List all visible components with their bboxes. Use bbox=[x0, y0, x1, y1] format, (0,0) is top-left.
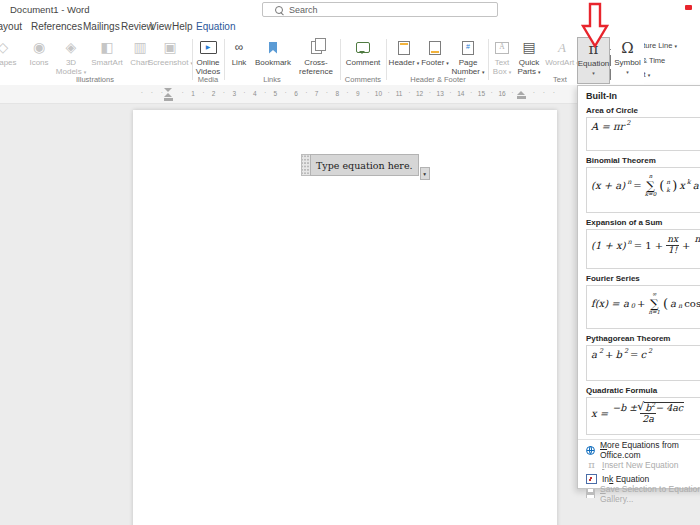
ribbon-button-3d-models: ◈ 3D Models bbox=[54, 38, 88, 77]
equation-dropdown-chevron-icon[interactable]: ▾ bbox=[592, 70, 595, 76]
gallery-item-quadratic-formula[interactable]: x = −b ± √b2 − 4ac 2a bbox=[586, 397, 700, 435]
ribbon-button-smartart: ◧ SmartArt bbox=[88, 38, 126, 67]
word-window: Document1 - Word Search Layout Reference… bbox=[0, 0, 700, 525]
page-number-label-1: Page bbox=[459, 58, 478, 67]
link-label: Link bbox=[232, 58, 247, 67]
online-videos-icon: ▶ bbox=[200, 41, 217, 54]
bookmark-label: Bookmark bbox=[255, 58, 291, 67]
ribbon-button-icons: ◉ Icons bbox=[24, 38, 54, 67]
text-box-icon: A bbox=[495, 42, 509, 54]
gallery-item-area-of-circle[interactable]: A = πr2 bbox=[586, 117, 700, 151]
tab-layout[interactable]: Layout bbox=[0, 21, 22, 32]
search-placeholder: Search bbox=[289, 5, 318, 15]
page-number-icon: # bbox=[462, 41, 474, 55]
gallery-item-fourier-series[interactable]: f(x) = a0 + ∞ ∑ n=1 ( an cos nπx L + b bbox=[586, 285, 700, 329]
equation-placeholder[interactable]: Type equation here. ▾ bbox=[301, 154, 419, 176]
symbol-omega-icon: Ω bbox=[621, 40, 633, 57]
equation-handle-icon[interactable] bbox=[301, 154, 310, 176]
gallery-header: Built-In bbox=[586, 91, 700, 101]
link-icon: ∞ bbox=[235, 40, 244, 54]
tab-equation[interactable]: Equation bbox=[196, 21, 235, 32]
header-icon bbox=[398, 41, 410, 55]
ribbon-button-screenshot: ▣ Screenshot bbox=[148, 38, 192, 67]
radical-sign: √ bbox=[637, 401, 644, 412]
tab-mailings[interactable]: Mailings bbox=[83, 21, 120, 32]
gallery-item-pythagorean-theorem[interactable]: a2 + b2 = c2 bbox=[586, 345, 700, 381]
cross-reference-label-1: Cross- bbox=[304, 58, 328, 67]
ribbon-button-quick-parts[interactable]: ▤ Quick Parts bbox=[515, 38, 543, 77]
cross-reference-icon bbox=[311, 41, 322, 54]
smartart-label: SmartArt bbox=[91, 58, 123, 67]
shapes-icon: ◇ bbox=[0, 38, 22, 57]
ribbon-button-bookmark[interactable]: Bookmark bbox=[252, 38, 294, 67]
gallery-title-binomial-theorem: Binomial Theorem bbox=[586, 156, 700, 165]
equation-gallery-dropdown: Built-In Area of Circle A = πr2 Binomial… bbox=[577, 85, 700, 489]
equation-button-label: Equation bbox=[578, 59, 610, 68]
icons-icon: ◉ bbox=[24, 38, 54, 57]
ribbon-button-page-number[interactable]: # Page Number bbox=[450, 38, 486, 77]
dropdown-arrow-icon: ▾ bbox=[423, 171, 426, 177]
online-videos-label-1: Online bbox=[196, 58, 219, 67]
ribbon-button-header[interactable]: Header bbox=[388, 38, 420, 67]
ribbon-button-link[interactable]: ∞ Link bbox=[226, 38, 252, 67]
equation-placeholder-box[interactable]: Type equation here. bbox=[310, 154, 419, 176]
group-label-links: Links bbox=[252, 75, 292, 84]
group-label-illustrations: Illustrations bbox=[55, 75, 135, 84]
globe-icon bbox=[586, 446, 595, 455]
group-separator bbox=[340, 39, 341, 80]
ribbon-button-online-videos[interactable]: ▶ Online Videos bbox=[193, 38, 223, 77]
text-box-label-2: Box bbox=[493, 67, 511, 76]
gallery-title-area-of-circle: Area of Circle bbox=[586, 106, 700, 115]
pi-icon: π bbox=[586, 459, 597, 470]
save-icon bbox=[586, 489, 595, 498]
3d-models-label-1: 3D bbox=[66, 58, 76, 67]
tab-view[interactable]: View bbox=[150, 21, 172, 32]
gallery-title-quadratic-formula: Quadratic Formula bbox=[586, 386, 700, 395]
menu-item-more-equations[interactable]: More Equations from Office.com bbox=[586, 443, 700, 458]
footer-icon bbox=[429, 41, 441, 55]
gallery-item-expansion-of-a-sum[interactable]: (1 + x)n = 1 + nx 1! + n(n − 1)x2 2! bbox=[586, 229, 700, 269]
footer-label: Footer bbox=[421, 58, 449, 67]
gallery-title-fourier-series: Fourier Series bbox=[586, 274, 700, 283]
ribbon-button-wordart: A WordArt bbox=[543, 38, 581, 67]
search-icon bbox=[275, 6, 283, 14]
gallery-title-pythagorean-theorem: Pythagorean Theorem bbox=[586, 334, 700, 343]
symbol-dropdown-chevron-icon[interactable]: ▾ bbox=[626, 69, 629, 75]
document-page[interactable]: Type equation here. ▾ bbox=[133, 110, 557, 525]
chart-label: Chart bbox=[130, 58, 150, 67]
3d-models-icon: ◈ bbox=[54, 38, 88, 57]
left-indent-marker[interactable] bbox=[164, 88, 173, 101]
right-indent-marker[interactable] bbox=[517, 91, 526, 99]
window-title: Document1 - Word bbox=[10, 4, 90, 15]
tab-references[interactable]: References bbox=[31, 21, 82, 32]
tab-review[interactable]: Review bbox=[121, 21, 154, 32]
ribbon-button-cross-reference[interactable]: Cross- reference bbox=[294, 38, 338, 77]
group-label-header-footer: Header & Footer bbox=[398, 75, 478, 84]
screenshot-label: Screenshot bbox=[148, 58, 193, 67]
gallery-item-binomial-theorem[interactable]: (x + a)n = n ∑ k=0 ( n k ) xk an−k bbox=[586, 167, 700, 213]
ink-pen-icon bbox=[586, 474, 597, 484]
search-box[interactable]: Search bbox=[262, 2, 498, 17]
equation-options-dropdown[interactable]: ▾ bbox=[420, 167, 430, 180]
text-box-label-1: Text bbox=[495, 58, 510, 67]
annotation-red-mark bbox=[685, 5, 692, 10]
annotation-arrow bbox=[580, 2, 610, 48]
wordart-icon: A bbox=[558, 40, 566, 55]
comment-icon bbox=[356, 42, 370, 53]
quick-parts-label-1: Quick bbox=[519, 58, 539, 67]
symbol-button-label: Symbol bbox=[614, 58, 641, 67]
symbol-button[interactable]: Ω Symbol ▾ bbox=[611, 37, 644, 84]
header-label: Header bbox=[389, 58, 420, 67]
screenshot-icon: ▣ bbox=[148, 38, 192, 57]
tab-help[interactable]: Help bbox=[172, 21, 193, 32]
gallery-title-expansion-of-a-sum: Expansion of a Sum bbox=[586, 218, 700, 227]
group-separator bbox=[224, 39, 225, 80]
ribbon-button-shapes: ◇ Shapes bbox=[0, 38, 22, 67]
ribbon-button-footer[interactable]: Footer bbox=[420, 38, 450, 67]
menu-item-save-selection: Save Selection to Equation Gallery... bbox=[586, 487, 700, 502]
ribbon-button-comment[interactable]: Comment bbox=[342, 38, 384, 67]
smartart-icon: ◧ bbox=[88, 38, 126, 57]
quick-parts-icon: ▤ bbox=[515, 38, 543, 57]
shapes-label: Shapes bbox=[0, 58, 17, 67]
bookmark-icon bbox=[269, 42, 277, 54]
